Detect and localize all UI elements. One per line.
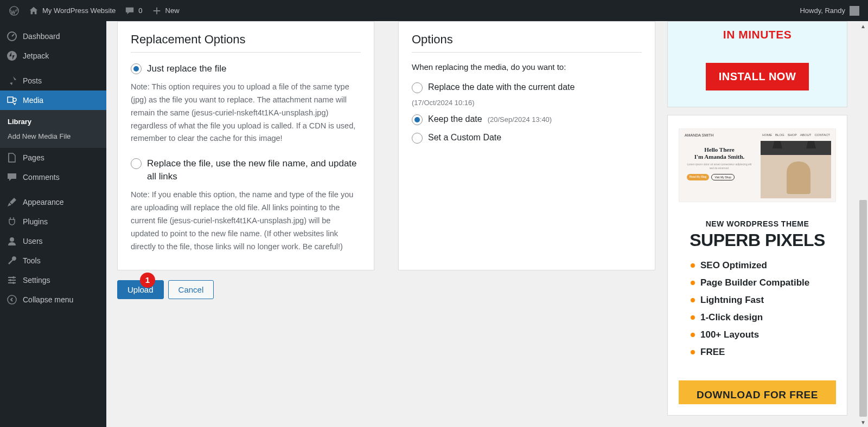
svg-point-2 — [7, 51, 17, 61]
feature-list: SEO Optimized Page Builder Compatible Li… — [679, 260, 836, 358]
menu-users[interactable]: Users — [0, 231, 106, 251]
submenu-add-new[interactable]: Add New Media File — [0, 129, 106, 144]
menu-label: Posts — [23, 76, 42, 85]
menu-dashboard[interactable]: Dashboard — [0, 27, 106, 46]
menu-jetpack[interactable]: Jetpack — [0, 46, 106, 66]
comment-icon — [124, 5, 135, 16]
date-option-keep[interactable]: Keep the date (20/Sep/2024 13:40) — [412, 113, 642, 125]
date-option-current[interactable]: Replace the date with the current date (… — [412, 81, 642, 107]
menu-media[interactable]: Media — [0, 90, 106, 110]
radio-current-date[interactable] — [412, 82, 423, 93]
menu-tools[interactable]: Tools — [0, 251, 106, 270]
step-badge: 1 — [140, 273, 155, 288]
menu-collapse[interactable]: Collapse menu — [0, 290, 106, 309]
menu-appearance[interactable]: Appearance — [0, 192, 106, 212]
plus-icon — [151, 5, 162, 16]
radio-just-replace[interactable] — [131, 63, 142, 74]
comment-icon — [7, 172, 17, 183]
media-icon — [7, 95, 17, 106]
avatar — [850, 6, 859, 16]
preview-image — [761, 141, 831, 198]
scroll-thumb[interactable] — [859, 200, 867, 417]
promo-subtitle: NEW WORDPRESS THEME — [679, 219, 836, 228]
menu-pages[interactable]: Pages — [0, 148, 106, 167]
feature-item: SEO Optimized — [691, 260, 836, 271]
menu-label: Tools — [23, 256, 41, 265]
admin-bar: My WordPress Website 0 New Howdy, Randy — [0, 0, 868, 21]
comments-count: 0 — [138, 7, 142, 15]
svg-point-6 — [9, 279, 11, 281]
plug-icon — [7, 216, 17, 227]
svg-point-8 — [8, 295, 16, 304]
radio-rename[interactable] — [131, 158, 142, 169]
date-option-custom[interactable]: Set a Custom Date — [412, 132, 642, 144]
home-icon — [28, 5, 39, 16]
menu-plugins[interactable]: Plugins — [0, 212, 106, 231]
menu-label: Jetpack — [23, 51, 49, 60]
feature-item: FREE — [691, 347, 836, 358]
opt-label: Set a Custom Date — [428, 133, 501, 143]
menu-label: Pages — [23, 153, 44, 162]
preview-btn-shop: Visit My Shop — [711, 174, 734, 180]
install-now-button[interactable]: INSTALL NOW — [706, 63, 809, 90]
feature-item: 100+ Layouts — [691, 329, 836, 340]
replacement-panel: Replacement Options Just replace the fil… — [117, 21, 374, 270]
theme-preview: AMANDA SMITH HOMEBLOGSHOPABOUTCONTACT He… — [679, 128, 836, 202]
wrench-icon — [7, 255, 17, 266]
menu-label: Collapse menu — [23, 295, 73, 304]
opt-label: Replace the date with the current date — [428, 82, 575, 92]
menu-label: Media — [23, 96, 43, 105]
promo-theme-name: SUPERB PIXELS — [679, 230, 836, 250]
opt-label: Keep the date — [428, 114, 482, 124]
feature-item: Page Builder Compatible — [691, 277, 836, 288]
submenu-media: Library Add New Media File — [0, 110, 106, 148]
scrollbar[interactable]: ▲ ▼ — [858, 21, 868, 427]
menu-label: Plugins — [23, 217, 48, 226]
preview-hello: Hello There — [687, 146, 752, 153]
content-area: Replacement Options Just replace the fil… — [106, 21, 858, 427]
download-free-button[interactable]: DOWNLOAD FOR FREE — [679, 380, 836, 404]
wp-logo[interactable] — [4, 0, 24, 21]
promo-top-title: IN MINUTES — [679, 28, 836, 41]
svg-point-4 — [10, 237, 14, 242]
bullet-icon — [691, 263, 695, 268]
preview-im: I'm Amanda Smith. — [687, 153, 752, 160]
replace-note-1: Note: This option requires you to upload… — [131, 81, 361, 146]
site-link[interactable]: My WordPress Website — [24, 0, 120, 21]
menu-posts[interactable]: Posts — [0, 71, 106, 90]
radio-keep-date[interactable] — [412, 114, 423, 125]
replace-option-rename[interactable]: Replace the file, use the new file name,… — [131, 157, 361, 183]
bullet-icon — [691, 333, 695, 337]
menu-label: Dashboard — [23, 32, 60, 41]
scroll-up[interactable]: ▲ — [858, 21, 868, 31]
opt-hint: (17/Oct/2024 10:16) — [412, 99, 475, 107]
page-icon — [7, 152, 17, 163]
wordpress-icon — [9, 5, 20, 16]
menu-comments[interactable]: Comments — [0, 167, 106, 187]
cancel-button[interactable]: Cancel — [168, 280, 214, 299]
comments-link[interactable]: 0 — [120, 0, 146, 21]
options-subtext: When replacing the media, do you want to… — [412, 62, 642, 72]
promo-top-box: IN MINUTES INSTALL NOW — [667, 21, 847, 107]
action-buttons: 1 Upload Cancel — [117, 280, 655, 299]
brush-icon — [7, 197, 17, 208]
replace-note-2: Note: If you enable this option, the nam… — [131, 189, 361, 254]
new-link[interactable]: New — [147, 0, 184, 21]
menu-settings[interactable]: Settings — [0, 270, 106, 290]
bullet-icon — [691, 350, 695, 354]
promo-column: IN MINUTES INSTALL NOW AMANDA SMITH HOME… — [667, 21, 847, 416]
promo-theme-box: AMANDA SMITH HOMEBLOGSHOPABOUTCONTACT He… — [667, 115, 847, 416]
options-panel: Options When replacing the media, do you… — [398, 21, 655, 270]
admin-bar-right[interactable]: Howdy, Randy — [800, 6, 864, 16]
dashboard-icon — [7, 31, 17, 42]
submenu-library[interactable]: Library — [0, 114, 106, 129]
scroll-down[interactable]: ▼ — [858, 417, 868, 427]
menu-label: Users — [23, 237, 43, 245]
bullet-icon — [691, 315, 695, 320]
jetpack-icon — [7, 50, 17, 61]
radio-label: Just replace the file — [147, 62, 226, 75]
replace-option-just[interactable]: Just replace the file — [131, 62, 361, 75]
radio-custom-date[interactable] — [412, 133, 423, 144]
feature-item: Lightning Fast — [691, 295, 836, 306]
admin-bar-left: My WordPress Website 0 New — [4, 0, 184, 21]
